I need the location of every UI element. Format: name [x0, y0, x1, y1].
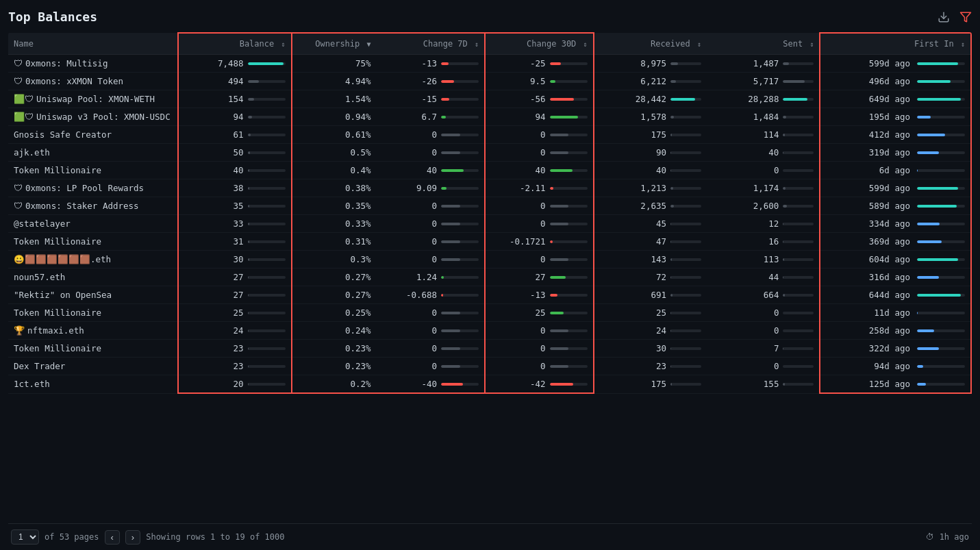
col-header-change7d[interactable]: Change 7D ⇕ [377, 33, 486, 55]
cell-sent: 113 [707, 251, 820, 268]
table-wrapper: Name Balance ⇕ Ownership ▼ Change 7D ⇕ [8, 32, 972, 523]
table-row[interactable]: Token Millionaire230.23%00307322d ago [8, 340, 971, 358]
cell-balance: 50 [178, 144, 291, 162]
table-row[interactable]: 🛡0xmons: LP Pool Rewards380.38%9.09-2.11… [8, 179, 971, 197]
table-row[interactable]: 1ct.eth200.2%-40-42175155125d ago [8, 375, 971, 394]
cell-received: 23 [594, 358, 707, 375]
col-header-change30d[interactable]: Change 30D ⇕ [485, 33, 594, 55]
cell-received: 25 [594, 304, 707, 322]
cell-name: "Rektiz" on OpenSea [8, 286, 178, 304]
col-header-sent[interactable]: Sent ⇕ [707, 33, 820, 55]
cell-firstin: 644d ago [820, 286, 971, 304]
cell-received: 72 [594, 268, 707, 286]
filter-button[interactable] [959, 11, 972, 23]
col-header-firstin[interactable]: First In ⇕ [820, 33, 971, 55]
cell-balance: 38 [178, 179, 291, 197]
cell-sent: 44 [707, 268, 820, 286]
table-row[interactable]: Token Millionaire310.31%0-0.17214716369d… [8, 233, 971, 251]
table-row[interactable]: 🛡0xmons: Multisig7,48875%-13-258,9751,48… [8, 55, 971, 73]
cell-received: 30 [594, 340, 707, 358]
cell-name: noun57.eth [8, 268, 178, 286]
cell-change30d: 0 [485, 126, 594, 144]
cell-received: 1,213 [594, 179, 707, 197]
cell-firstin: 125d ago [820, 375, 971, 394]
table-row[interactable]: "Rektiz" on OpenSea270.27%-0.688-1369166… [8, 286, 971, 304]
table-row[interactable]: @statelayer330.33%004512334d ago [8, 215, 971, 233]
last-updated: ⏱ 1h ago [926, 532, 969, 542]
cell-balance: 31 [178, 233, 291, 251]
cell-change30d: 9.5 [485, 73, 594, 90]
cell-received: 24 [594, 322, 707, 340]
cell-ownership: 0.25% [292, 304, 377, 322]
cell-firstin: 599d ago [820, 179, 971, 197]
cell-ownership: 0.33% [292, 215, 377, 233]
next-page-button[interactable]: › [125, 530, 140, 545]
cell-firstin: 6d ago [820, 162, 971, 179]
cell-sent: 40 [707, 144, 820, 162]
table-row[interactable]: Gnosis Safe Creator610.61%00175114412d a… [8, 126, 971, 144]
cell-name: 🛡0xmons: Staker Address [8, 197, 178, 215]
cell-ownership: 0.24% [292, 322, 377, 340]
cell-received: 143 [594, 251, 707, 268]
col-header-balance[interactable]: Balance ⇕ [178, 33, 291, 55]
cell-change30d: -56 [485, 90, 594, 108]
cell-ownership: 75% [292, 55, 377, 73]
cell-firstin: 334d ago [820, 215, 971, 233]
table-row[interactable]: 🛡0xmons: xXMON Token4944.94%-269.56,2125… [8, 73, 971, 90]
cell-name: 🛡0xmons: LP Pool Rewards [8, 179, 178, 197]
table-row[interactable]: 🟩🛡Uniswap v3 Pool: XMON-USDC940.94%6.794… [8, 108, 971, 126]
cell-name: 1ct.eth [8, 375, 178, 394]
cell-ownership: 0.23% [292, 340, 377, 358]
cell-name: Gnosis Safe Creator [8, 126, 178, 144]
cell-balance: 27 [178, 286, 291, 304]
prev-page-button[interactable]: ‹ [105, 530, 120, 545]
table-header-row: Name Balance ⇕ Ownership ▼ Change 7D ⇕ [8, 33, 971, 55]
cell-change30d: 0 [485, 251, 594, 268]
download-button[interactable] [938, 11, 950, 23]
cell-change7d: -13 [377, 55, 486, 73]
table-row[interactable]: ajk.eth500.5%009040319d ago [8, 144, 971, 162]
table-row[interactable]: Dex Trader230.23%0023094d ago [8, 358, 971, 375]
page-select[interactable]: 1 [11, 529, 39, 545]
cell-firstin: 322d ago [820, 340, 971, 358]
cell-ownership: 0.23% [292, 358, 377, 375]
cell-sent: 1,174 [707, 179, 820, 197]
col-header-ownership[interactable]: Ownership ▼ [292, 33, 377, 55]
cell-ownership: 0.61% [292, 126, 377, 144]
cell-firstin: 412d ago [820, 126, 971, 144]
cell-ownership: 0.27% [292, 268, 377, 286]
cell-change7d: 40 [377, 162, 486, 179]
cell-received: 6,212 [594, 73, 707, 90]
cell-change7d: 0 [377, 340, 486, 358]
table-row[interactable]: 🛡0xmons: Staker Address350.35%002,6352,6… [8, 197, 971, 215]
cell-sent: 28,288 [707, 90, 820, 108]
cell-change30d: 0 [485, 322, 594, 340]
table-row[interactable]: 😀🟫🟫🟫🟫🟫🟫.eth300.3%00143113604d ago [8, 251, 971, 268]
table-row[interactable]: 🟩🛡Uniswap Pool: XMON-WETH1541.54%-15-562… [8, 90, 971, 108]
cell-sent: 0 [707, 162, 820, 179]
cell-balance: 35 [178, 197, 291, 215]
table-row[interactable]: 🏆nftmaxi.eth240.24%00240258d ago [8, 322, 971, 340]
col-header-received[interactable]: Received ⇕ [594, 33, 707, 55]
cell-name: Token Millionaire [8, 162, 178, 179]
cell-name: Token Millionaire [8, 340, 178, 358]
cell-change7d: -40 [377, 375, 486, 394]
cell-change7d: 0 [377, 126, 486, 144]
cell-name: 🟩🛡Uniswap Pool: XMON-WETH [8, 90, 178, 108]
sort-icon-balance: ⇕ [281, 40, 285, 48]
cell-change30d: 0 [485, 144, 594, 162]
cell-sent: 155 [707, 375, 820, 394]
cell-firstin: 319d ago [820, 144, 971, 162]
table-row[interactable]: noun57.eth270.27%1.24277244316d ago [8, 268, 971, 286]
sort-icon-sent: ⇕ [809, 40, 814, 48]
cell-ownership: 4.94% [292, 73, 377, 90]
cell-change30d: 0 [485, 197, 594, 215]
cell-change7d: -0.688 [377, 286, 486, 304]
table-row[interactable]: Token Millionaire400.4%40404006d ago [8, 162, 971, 179]
cell-sent: 114 [707, 126, 820, 144]
col-header-name[interactable]: Name [8, 33, 178, 55]
cell-sent: 1,487 [707, 55, 820, 73]
cell-received: 2,635 [594, 197, 707, 215]
table-row[interactable]: Token Millionaire250.25%02525011d ago [8, 304, 971, 322]
cell-sent: 7 [707, 340, 820, 358]
